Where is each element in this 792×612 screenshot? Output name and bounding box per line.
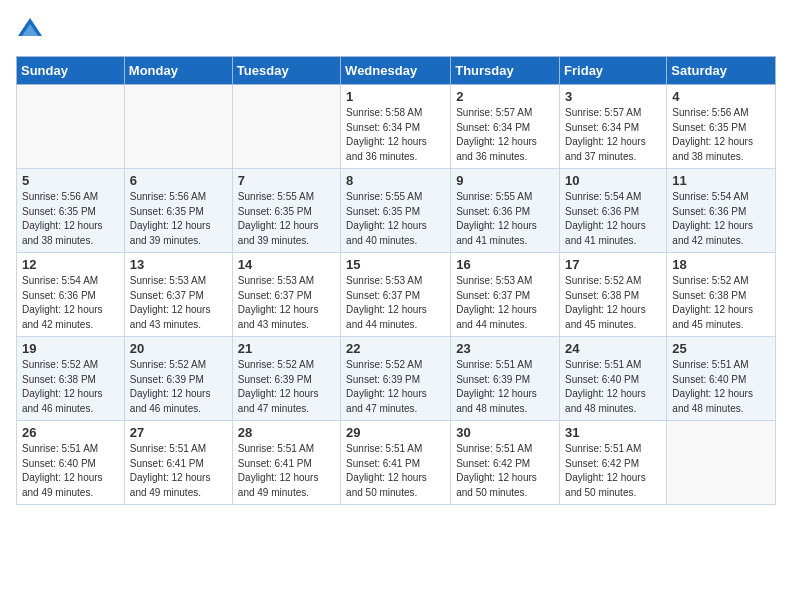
day-cell: 9Sunrise: 5:55 AM Sunset: 6:36 PM Daylig… — [451, 169, 560, 253]
week-row-5: 26Sunrise: 5:51 AM Sunset: 6:40 PM Dayli… — [17, 421, 776, 505]
day-cell — [232, 85, 340, 169]
day-cell — [17, 85, 125, 169]
page-header — [16, 16, 776, 44]
day-info: Sunrise: 5:52 AM Sunset: 6:39 PM Dayligh… — [130, 358, 227, 416]
day-cell: 13Sunrise: 5:53 AM Sunset: 6:37 PM Dayli… — [124, 253, 232, 337]
day-number: 21 — [238, 341, 335, 356]
day-cell: 14Sunrise: 5:53 AM Sunset: 6:37 PM Dayli… — [232, 253, 340, 337]
day-cell: 22Sunrise: 5:52 AM Sunset: 6:39 PM Dayli… — [341, 337, 451, 421]
day-info: Sunrise: 5:52 AM Sunset: 6:39 PM Dayligh… — [238, 358, 335, 416]
day-info: Sunrise: 5:56 AM Sunset: 6:35 PM Dayligh… — [672, 106, 770, 164]
day-number: 2 — [456, 89, 554, 104]
logo — [16, 16, 48, 44]
day-cell: 2Sunrise: 5:57 AM Sunset: 6:34 PM Daylig… — [451, 85, 560, 169]
day-cell: 20Sunrise: 5:52 AM Sunset: 6:39 PM Dayli… — [124, 337, 232, 421]
header-sunday: Sunday — [17, 57, 125, 85]
header-tuesday: Tuesday — [232, 57, 340, 85]
week-row-3: 12Sunrise: 5:54 AM Sunset: 6:36 PM Dayli… — [17, 253, 776, 337]
day-number: 28 — [238, 425, 335, 440]
day-number: 26 — [22, 425, 119, 440]
day-info: Sunrise: 5:54 AM Sunset: 6:36 PM Dayligh… — [672, 190, 770, 248]
day-number: 22 — [346, 341, 445, 356]
day-number: 31 — [565, 425, 661, 440]
day-cell: 4Sunrise: 5:56 AM Sunset: 6:35 PM Daylig… — [667, 85, 776, 169]
day-number: 24 — [565, 341, 661, 356]
day-number: 16 — [456, 257, 554, 272]
day-info: Sunrise: 5:51 AM Sunset: 6:40 PM Dayligh… — [565, 358, 661, 416]
day-info: Sunrise: 5:56 AM Sunset: 6:35 PM Dayligh… — [22, 190, 119, 248]
day-cell: 8Sunrise: 5:55 AM Sunset: 6:35 PM Daylig… — [341, 169, 451, 253]
day-info: Sunrise: 5:51 AM Sunset: 6:41 PM Dayligh… — [130, 442, 227, 500]
day-number: 13 — [130, 257, 227, 272]
day-info: Sunrise: 5:53 AM Sunset: 6:37 PM Dayligh… — [238, 274, 335, 332]
day-cell — [667, 421, 776, 505]
day-number: 14 — [238, 257, 335, 272]
day-cell: 5Sunrise: 5:56 AM Sunset: 6:35 PM Daylig… — [17, 169, 125, 253]
day-number: 3 — [565, 89, 661, 104]
day-info: Sunrise: 5:51 AM Sunset: 6:40 PM Dayligh… — [672, 358, 770, 416]
day-info: Sunrise: 5:51 AM Sunset: 6:40 PM Dayligh… — [22, 442, 119, 500]
header-saturday: Saturday — [667, 57, 776, 85]
day-cell: 11Sunrise: 5:54 AM Sunset: 6:36 PM Dayli… — [667, 169, 776, 253]
day-info: Sunrise: 5:53 AM Sunset: 6:37 PM Dayligh… — [346, 274, 445, 332]
day-cell: 18Sunrise: 5:52 AM Sunset: 6:38 PM Dayli… — [667, 253, 776, 337]
day-number: 15 — [346, 257, 445, 272]
day-info: Sunrise: 5:53 AM Sunset: 6:37 PM Dayligh… — [130, 274, 227, 332]
day-number: 1 — [346, 89, 445, 104]
day-number: 30 — [456, 425, 554, 440]
day-number: 29 — [346, 425, 445, 440]
day-number: 10 — [565, 173, 661, 188]
header-monday: Monday — [124, 57, 232, 85]
day-info: Sunrise: 5:56 AM Sunset: 6:35 PM Dayligh… — [130, 190, 227, 248]
header-wednesday: Wednesday — [341, 57, 451, 85]
day-cell: 26Sunrise: 5:51 AM Sunset: 6:40 PM Dayli… — [17, 421, 125, 505]
day-cell: 27Sunrise: 5:51 AM Sunset: 6:41 PM Dayli… — [124, 421, 232, 505]
day-cell: 29Sunrise: 5:51 AM Sunset: 6:41 PM Dayli… — [341, 421, 451, 505]
calendar-table: SundayMondayTuesdayWednesdayThursdayFrid… — [16, 56, 776, 505]
day-number: 9 — [456, 173, 554, 188]
header-row: SundayMondayTuesdayWednesdayThursdayFrid… — [17, 57, 776, 85]
day-cell: 24Sunrise: 5:51 AM Sunset: 6:40 PM Dayli… — [560, 337, 667, 421]
day-cell: 28Sunrise: 5:51 AM Sunset: 6:41 PM Dayli… — [232, 421, 340, 505]
day-cell: 7Sunrise: 5:55 AM Sunset: 6:35 PM Daylig… — [232, 169, 340, 253]
day-info: Sunrise: 5:57 AM Sunset: 6:34 PM Dayligh… — [565, 106, 661, 164]
day-cell: 31Sunrise: 5:51 AM Sunset: 6:42 PM Dayli… — [560, 421, 667, 505]
day-number: 7 — [238, 173, 335, 188]
day-info: Sunrise: 5:55 AM Sunset: 6:35 PM Dayligh… — [238, 190, 335, 248]
day-info: Sunrise: 5:55 AM Sunset: 6:36 PM Dayligh… — [456, 190, 554, 248]
day-number: 6 — [130, 173, 227, 188]
day-info: Sunrise: 5:58 AM Sunset: 6:34 PM Dayligh… — [346, 106, 445, 164]
day-number: 17 — [565, 257, 661, 272]
day-info: Sunrise: 5:54 AM Sunset: 6:36 PM Dayligh… — [565, 190, 661, 248]
day-number: 25 — [672, 341, 770, 356]
day-info: Sunrise: 5:52 AM Sunset: 6:39 PM Dayligh… — [346, 358, 445, 416]
day-cell — [124, 85, 232, 169]
day-number: 12 — [22, 257, 119, 272]
day-number: 20 — [130, 341, 227, 356]
logo-icon — [16, 16, 44, 44]
day-number: 8 — [346, 173, 445, 188]
day-cell: 12Sunrise: 5:54 AM Sunset: 6:36 PM Dayli… — [17, 253, 125, 337]
day-info: Sunrise: 5:57 AM Sunset: 6:34 PM Dayligh… — [456, 106, 554, 164]
day-info: Sunrise: 5:52 AM Sunset: 6:38 PM Dayligh… — [672, 274, 770, 332]
day-info: Sunrise: 5:51 AM Sunset: 6:39 PM Dayligh… — [456, 358, 554, 416]
day-cell: 15Sunrise: 5:53 AM Sunset: 6:37 PM Dayli… — [341, 253, 451, 337]
day-cell: 19Sunrise: 5:52 AM Sunset: 6:38 PM Dayli… — [17, 337, 125, 421]
day-number: 11 — [672, 173, 770, 188]
day-info: Sunrise: 5:54 AM Sunset: 6:36 PM Dayligh… — [22, 274, 119, 332]
day-number: 27 — [130, 425, 227, 440]
day-info: Sunrise: 5:51 AM Sunset: 6:41 PM Dayligh… — [238, 442, 335, 500]
day-info: Sunrise: 5:51 AM Sunset: 6:41 PM Dayligh… — [346, 442, 445, 500]
day-number: 19 — [22, 341, 119, 356]
day-cell: 16Sunrise: 5:53 AM Sunset: 6:37 PM Dayli… — [451, 253, 560, 337]
day-info: Sunrise: 5:51 AM Sunset: 6:42 PM Dayligh… — [456, 442, 554, 500]
day-info: Sunrise: 5:55 AM Sunset: 6:35 PM Dayligh… — [346, 190, 445, 248]
week-row-2: 5Sunrise: 5:56 AM Sunset: 6:35 PM Daylig… — [17, 169, 776, 253]
day-number: 5 — [22, 173, 119, 188]
day-info: Sunrise: 5:52 AM Sunset: 6:38 PM Dayligh… — [22, 358, 119, 416]
day-number: 4 — [672, 89, 770, 104]
day-cell: 30Sunrise: 5:51 AM Sunset: 6:42 PM Dayli… — [451, 421, 560, 505]
day-cell: 3Sunrise: 5:57 AM Sunset: 6:34 PM Daylig… — [560, 85, 667, 169]
header-friday: Friday — [560, 57, 667, 85]
day-cell: 25Sunrise: 5:51 AM Sunset: 6:40 PM Dayli… — [667, 337, 776, 421]
